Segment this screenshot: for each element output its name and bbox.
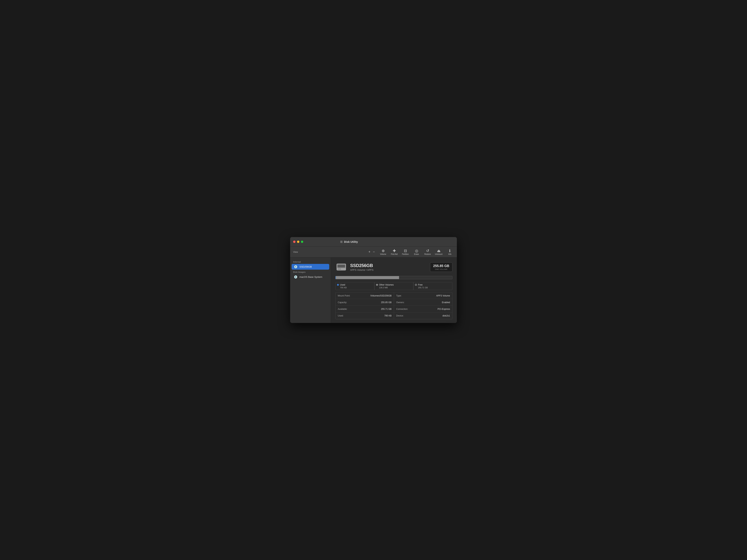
sidebar-item-macos-base[interactable]: 💿 macOS Base System <box>292 274 329 280</box>
detail-row-used: Used: 795 KB <box>336 313 394 319</box>
bar-free <box>399 276 452 279</box>
free-value: 255.71 GB <box>415 287 451 289</box>
mount-value: /Volumes/SSD256GB <box>356 292 394 299</box>
device-label: Device: <box>394 313 413 319</box>
toolbar: View + − ⊕ Volume ✚ First Aid ⊟ Partitio… <box>290 247 457 258</box>
other-dot <box>376 284 378 286</box>
info-icon: ℹ <box>449 249 450 252</box>
details-right: Type: APFS Volume Owners: Enabled Connec… <box>394 292 453 319</box>
disk-subtitle: APFS Volume • APFS <box>350 268 427 271</box>
toolbar-view: View <box>293 251 298 254</box>
svg-rect-3 <box>338 265 345 267</box>
detail-row-owners: Owners: Enabled <box>394 299 453 306</box>
minimize-button[interactable] <box>297 241 300 243</box>
used-dot <box>337 284 339 286</box>
add-remove-buttons: + − <box>367 250 376 254</box>
volume-icon: ⊕ <box>382 249 385 252</box>
connection-value: PCI-Express <box>413 306 453 312</box>
toolbar-item-restore[interactable]: ↺ Restore <box>423 249 432 255</box>
content-area: SSD256GB APFS Volume • APFS 255.85 GB ON… <box>331 258 457 323</box>
unmount-label: Unmount <box>435 253 443 255</box>
free-name: Free <box>418 284 422 286</box>
free-dot <box>415 284 417 286</box>
restore-icon: ↺ <box>426 249 429 252</box>
add-button[interactable]: + <box>367 250 372 254</box>
partition-bar-container <box>335 276 453 279</box>
detail-row-connection: Connection: PCI-Express <box>394 306 453 313</box>
toolbar-item-erase[interactable]: ◎ Erase <box>412 249 420 255</box>
details-container: Mount Point: /Volumes/SSD256GB Capacity:… <box>335 292 453 319</box>
toolbar-item-unmount[interactable]: ⏏ Unmount <box>435 249 443 255</box>
restore-label: Restore <box>424 253 431 255</box>
mount-label: Mount Point: <box>336 292 356 299</box>
used-label: Used: <box>336 313 356 319</box>
partition-icon: ⊟ <box>404 249 407 252</box>
macos-base-label: macOS Base System <box>300 275 323 278</box>
disk-size-label: ONE VOLUME <box>433 268 449 270</box>
device-value: disk2s1 <box>413 313 453 319</box>
detail-row-capacity: Capacity: 255.85 GB <box>336 299 394 306</box>
ssd-disk-icon: 💿 <box>294 265 298 268</box>
type-label: Type: <box>394 292 413 299</box>
other-value: 138.3 MB <box>376 287 412 289</box>
disk-size-value: 255.85 GB <box>433 264 449 268</box>
remove-button[interactable]: − <box>372 250 376 254</box>
svg-rect-5 <box>339 269 340 269</box>
detail-row-available: Available: 255.71 GB <box>336 306 394 313</box>
volume-label: Volume <box>380 253 386 255</box>
other-name: Other Volumes <box>379 284 394 286</box>
erase-label: Erase <box>414 253 419 255</box>
partition-label: Partition <box>402 253 409 255</box>
connection-label: Connection: <box>394 306 413 312</box>
svg-rect-4 <box>338 269 339 269</box>
used-name: Used <box>340 284 345 286</box>
svg-rect-6 <box>340 269 341 269</box>
toolbar-item-info[interactable]: ℹ Info <box>446 249 454 255</box>
window-title: Disk Utility <box>344 240 358 243</box>
type-value: APFS Volume <box>413 292 453 299</box>
sidebar-toggle-icon[interactable]: ⊞ <box>340 240 342 243</box>
macos-base-disk-icon: 💿 <box>294 275 298 279</box>
close-button[interactable] <box>293 241 295 243</box>
legend-used: Used 795 KB <box>335 282 375 290</box>
internal-section-label: Internal <box>290 260 331 264</box>
partition-bar <box>335 276 453 279</box>
ssd256-label: SSD256GB <box>300 265 312 268</box>
erase-icon: ◎ <box>415 249 418 252</box>
owners-value: Enabled <box>413 299 453 305</box>
sidebar-item-ssd256[interactable]: 💿 SSD256GB <box>292 264 329 270</box>
disk-name: SSD256GB <box>350 263 427 268</box>
storage-legend: Used 795 KB Other Volumes 138.3 MB Free <box>335 282 453 290</box>
bar-other <box>336 276 399 279</box>
maximize-button[interactable] <box>301 241 303 243</box>
disk-header: SSD256GB APFS Volume • APFS 255.85 GB ON… <box>335 261 453 273</box>
capacity-label: Capacity: <box>336 299 356 305</box>
details-left: Mount Point: /Volumes/SSD256GB Capacity:… <box>335 292 394 319</box>
detail-row-mount: Mount Point: /Volumes/SSD256GB <box>336 292 394 299</box>
disk-icon-large <box>335 261 347 273</box>
disk-utility-window: ⊞ Disk Utility View + − ⊕ Volume ✚ First… <box>290 237 457 323</box>
disk-graphic <box>336 262 347 273</box>
available-label: Available: <box>336 306 356 312</box>
detail-row-device: Device: disk2s1 <box>394 313 453 319</box>
traffic-lights <box>293 241 303 243</box>
first-aid-label: First Aid <box>391 253 397 255</box>
unmount-icon: ⏏ <box>437 249 441 252</box>
disk-info: SSD256GB APFS Volume • APFS <box>350 263 427 271</box>
info-label: Info <box>448 253 452 255</box>
main-area: Internal 💿 SSD256GB Disk Images 💿 macOS … <box>290 258 457 323</box>
capacity-value: 255.85 GB <box>356 299 394 305</box>
view-label: View <box>293 251 298 254</box>
used-detail-value: 795 KB <box>356 313 394 319</box>
available-value: 255.71 GB <box>356 306 394 312</box>
toolbar-item-partition[interactable]: ⊟ Partition <box>401 249 409 255</box>
disk-images-section-label: Disk Images <box>290 270 331 274</box>
detail-row-type: Type: APFS Volume <box>394 292 453 299</box>
toolbar-item-volume[interactable]: ⊕ Volume <box>379 249 387 255</box>
used-value: 795 KB <box>337 287 373 289</box>
first-aid-icon: ✚ <box>393 249 396 252</box>
toolbar-item-first-aid[interactable]: ✚ First Aid <box>390 249 398 255</box>
legend-free: Free 255.71 GB <box>413 282 453 290</box>
legend-other: Other Volumes 138.3 MB <box>375 282 413 290</box>
disk-size-box: 255.85 GB ONE VOLUME <box>430 262 453 272</box>
